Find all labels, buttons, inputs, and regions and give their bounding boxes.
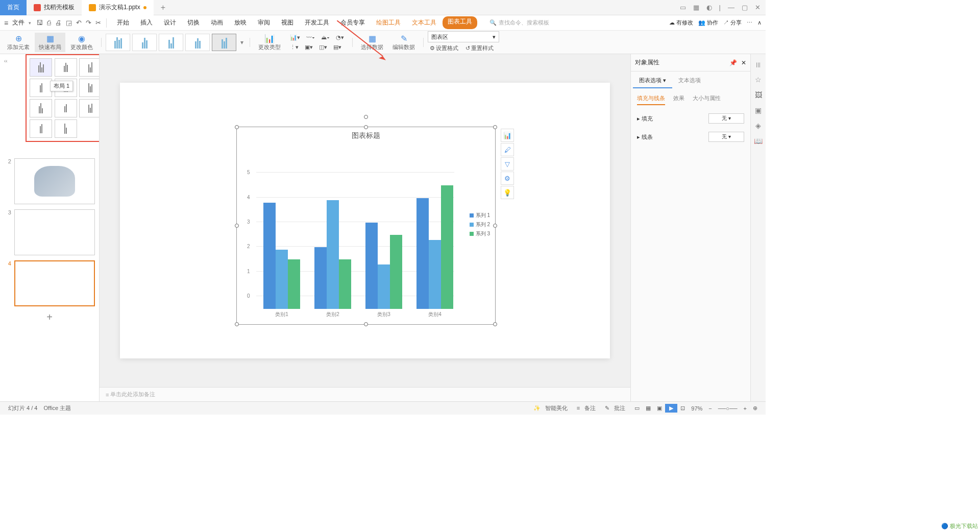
view-reading-icon[interactable]: ▣ — [654, 405, 665, 412]
new-slide-button[interactable]: + — [4, 311, 95, 323]
fit-icon[interactable]: ⊕ — [750, 405, 761, 412]
sidebar-clip-icon[interactable]: ▣ — [755, 106, 762, 114]
other2-icon[interactable]: ◫▾ — [317, 43, 329, 52]
prop-tab-text[interactable]: 文本选项 — [672, 74, 707, 88]
print-icon[interactable]: 🖨 — [55, 19, 62, 27]
layout-7[interactable] — [30, 99, 52, 117]
rotate-handle[interactable] — [364, 115, 368, 119]
tab-design[interactable]: 设计 — [159, 16, 181, 29]
layout-9[interactable] — [79, 99, 100, 117]
other1-icon[interactable]: ▣▾ — [303, 43, 315, 52]
subtab-fill[interactable]: 填充与线条 — [637, 94, 665, 105]
handle-mr[interactable] — [493, 224, 497, 228]
beautify-button[interactable]: ✨ 智能美化 — [530, 404, 574, 412]
redo-icon[interactable]: ↷ — [86, 19, 91, 27]
handle-tl[interactable] — [235, 125, 239, 129]
preview-icon[interactable]: ◲ — [66, 19, 72, 27]
layout-6[interactable] — [79, 79, 100, 97]
minimize-icon[interactable]: — — [728, 4, 734, 11]
tab-insert[interactable]: 插入 — [135, 16, 158, 29]
chart-elements-icon[interactable]: 📊 — [501, 129, 514, 142]
line-icon[interactable]: 〰▾ — [304, 33, 317, 42]
notes-pane[interactable]: ≡ 单击此处添加备注 — [100, 387, 630, 401]
handle-br[interactable] — [493, 322, 497, 326]
coop-button[interactable]: 👥 协作 — [698, 19, 718, 27]
changes-button[interactable]: ☁ 有修改 — [669, 19, 693, 27]
change-color-button[interactable]: ◉更改颜色 — [66, 33, 97, 52]
style-5[interactable] — [212, 34, 236, 51]
tab-dev[interactable]: 开发工具 — [300, 16, 334, 29]
comment-button[interactable]: ✎ 批注 — [602, 404, 631, 412]
view-sorter-icon[interactable]: ▦ — [643, 405, 654, 412]
tab-view[interactable]: 视图 — [276, 16, 299, 29]
search-command[interactable]: 🔍查找命令、搜索模板 — [489, 19, 549, 27]
zoom-in-icon[interactable]: + — [741, 405, 750, 412]
close-icon[interactable]: ✕ — [755, 4, 761, 11]
zoom-out-icon[interactable]: − — [705, 405, 715, 412]
set-format-button[interactable]: ⚙ 设置格式 — [428, 43, 460, 53]
layout-2[interactable] — [55, 58, 77, 77]
layout-11[interactable] — [55, 119, 77, 138]
scatter-icon[interactable]: ⋮▾ — [288, 43, 301, 52]
chart-filter-icon[interactable]: ▽ — [501, 157, 514, 171]
share-button[interactable]: ↗ 分享 — [723, 19, 742, 27]
undo-icon[interactable]: ↶ — [76, 19, 82, 27]
apps-icon[interactable]: ▦ — [693, 4, 699, 11]
edit-data-button[interactable]: ✎编辑数据 — [388, 33, 419, 52]
layout-4[interactable] — [30, 79, 52, 97]
layout-10[interactable] — [30, 119, 52, 138]
hamburger-icon[interactable]: ≡ — [4, 19, 8, 27]
zoom-slider[interactable]: ──○── — [715, 405, 741, 412]
collapse-ribbon-icon[interactable]: ∧ — [757, 19, 762, 26]
change-type-button[interactable]: 📊更改类型 — [254, 33, 285, 52]
chart-styles-icon[interactable]: 🖊 — [501, 143, 514, 156]
style-3[interactable] — [159, 34, 183, 51]
sidebar-share-icon[interactable]: ☆ — [755, 76, 762, 84]
tab-doc[interactable]: 演示文稿1.pptx — [82, 0, 154, 15]
tab-text-tools[interactable]: 文本工具 — [407, 16, 442, 29]
subtab-effect[interactable]: 效果 — [673, 94, 684, 105]
fill-select[interactable]: 无 ▾ — [708, 113, 744, 124]
handle-bm[interactable] — [364, 322, 368, 326]
cut-icon[interactable]: ✂ — [95, 19, 101, 27]
tab-template[interactable]: 找稻壳模板 — [27, 0, 82, 15]
play-button[interactable]: ▶ — [665, 404, 677, 413]
handle-ml[interactable] — [235, 224, 239, 228]
sidebar-tag-icon[interactable]: ◈ — [755, 122, 761, 130]
chart-settings-icon[interactable]: ⚙ — [501, 172, 514, 185]
tab-home[interactable]: 首页 — [0, 0, 27, 15]
tab-chart-tools[interactable]: 图表工具 — [443, 16, 477, 29]
tab-start[interactable]: 开始 — [112, 16, 134, 29]
zoom-fit-icon[interactable]: ⊡ — [677, 405, 688, 412]
gallery-more-icon[interactable]: ▾ — [238, 39, 246, 46]
maximize-icon[interactable]: ▢ — [742, 4, 748, 11]
close-panel-icon[interactable]: ✕ — [741, 59, 746, 66]
subtab-size[interactable]: 大小与属性 — [693, 94, 721, 105]
slide-2[interactable]: 2 — [4, 158, 95, 204]
avatar-icon[interactable]: ◐ — [706, 4, 712, 11]
tab-animation[interactable]: 动画 — [206, 16, 228, 29]
style-2[interactable] — [132, 34, 157, 51]
tab-slideshow[interactable]: 放映 — [229, 16, 252, 29]
slide-4[interactable]: 4 — [4, 260, 95, 306]
sidebar-format-icon[interactable]: ⫼ — [755, 60, 762, 68]
slide[interactable]: 图表标题 012345类别1类别2类别3类别4 系列 1系列 2系列 3 📊 🖊… — [120, 83, 610, 358]
chart-tip-icon[interactable]: 💡 — [501, 186, 514, 199]
bar-icon[interactable]: 📊▾ — [288, 33, 302, 42]
pin-icon[interactable]: 📌 — [729, 59, 737, 66]
handle-tr[interactable] — [493, 125, 497, 129]
export-icon[interactable]: ⎙ — [47, 19, 51, 27]
line-select[interactable]: 无 ▾ — [708, 132, 744, 142]
tab-transition[interactable]: 切换 — [182, 16, 205, 29]
sidebar-book-icon[interactable]: 📖 — [754, 137, 763, 145]
chart-element-combo[interactable]: 图表区▾ — [428, 31, 499, 42]
area-icon[interactable]: ⛰▾ — [319, 33, 332, 42]
slide-3[interactable]: 3 — [4, 209, 95, 255]
remark-button[interactable]: ≡ 备注 — [574, 404, 602, 412]
add-element-button[interactable]: ⊕添加元素 — [3, 33, 34, 52]
chart-object[interactable]: 图表标题 012345类别1类别2类别3类别4 系列 1系列 2系列 3 — [236, 127, 496, 325]
quick-layout-button[interactable]: ▦快速布局 — [35, 33, 65, 52]
layout-3[interactable] — [79, 58, 100, 77]
file-menu[interactable]: 文件 — [10, 18, 27, 27]
layout-switch-icon[interactable]: ▭ — [680, 4, 686, 11]
